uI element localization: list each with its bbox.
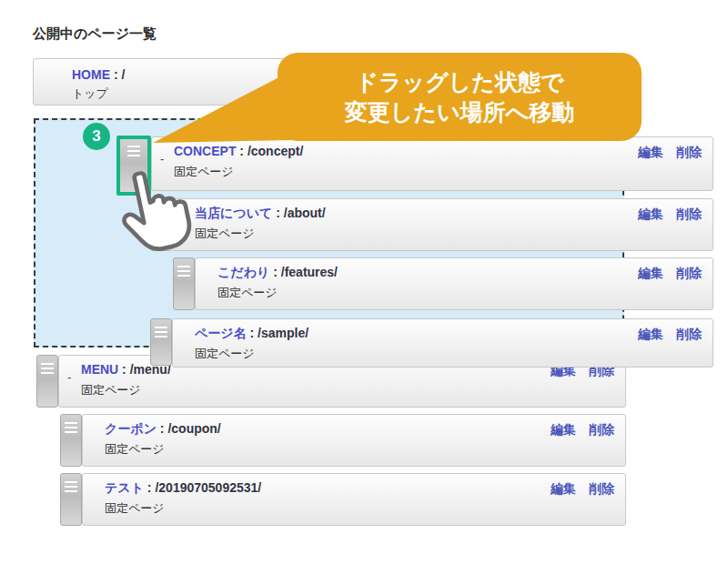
- drag-handle[interactable]: [36, 355, 58, 408]
- step-badge: 3: [83, 123, 110, 150]
- delete-link[interactable]: 削除: [589, 481, 614, 498]
- grip-lines-icon: [65, 422, 77, 424]
- page-row-test: テスト : /20190705092531/ 固定ページ 編集削除: [82, 473, 626, 526]
- page-path-label: : /: [110, 67, 125, 82]
- edit-link[interactable]: 編集: [638, 327, 663, 343]
- edit-link[interactable]: 編集: [638, 145, 663, 161]
- page-path-label: : /coupon/: [157, 421, 221, 436]
- edit-link[interactable]: 編集: [551, 422, 576, 438]
- drag-handle[interactable]: [150, 318, 172, 366]
- drag-handle[interactable]: [173, 257, 195, 310]
- grip-lines-icon: [65, 481, 77, 483]
- page-path-label: : /sample/: [247, 326, 308, 340]
- delete-link[interactable]: 削除: [676, 145, 702, 161]
- delete-link[interactable]: 削除: [676, 266, 702, 282]
- page-type-label: 固定ページ: [217, 285, 278, 301]
- page-name-label: 当店について: [195, 206, 272, 220]
- page-type-label: 固定ページ: [105, 500, 165, 517]
- page-type-label: 固定ページ: [81, 382, 141, 398]
- grip-lines-icon: [177, 266, 190, 267]
- page-type-label: 固定ページ: [195, 226, 255, 242]
- page-type-label: 固定ページ: [105, 441, 165, 458]
- list-marker: -: [67, 370, 71, 384]
- page-name-label: テスト: [105, 480, 144, 495]
- delete-link[interactable]: 削除: [589, 422, 614, 438]
- edit-link[interactable]: 編集: [551, 481, 576, 498]
- page-name-label: HOME: [72, 67, 110, 82]
- drag-handle[interactable]: [60, 414, 82, 467]
- grip-lines-icon: [155, 327, 167, 328]
- page-name-label: クーポン: [105, 421, 157, 436]
- callout-line2: 変更したい場所へ移動: [345, 97, 574, 127]
- page-row-coupon: クーポン : /coupon/ 固定ページ 編集削除: [82, 414, 626, 467]
- page-type-label: 固定ページ: [195, 346, 255, 362]
- page-name-label: MENU: [81, 362, 118, 377]
- callout-bubble: ドラッグした状態で 変更したい場所へ移動: [278, 53, 642, 141]
- page-row-about: - 当店について : /about/ 固定ページ 編集削除: [172, 198, 713, 251]
- page-row-sample: ページ名 : /sample/ 固定ページ 編集削除: [172, 318, 713, 368]
- page-name-label: こだわり: [217, 265, 269, 279]
- edit-link[interactable]: 編集: [638, 206, 663, 223]
- delete-link[interactable]: 削除: [676, 206, 702, 223]
- page-row-features: こだわり : /features/ 固定ページ 編集削除: [195, 257, 713, 310]
- page-path-label: : /20190705092531/: [144, 480, 261, 495]
- edit-link[interactable]: 編集: [638, 266, 663, 282]
- list-marker: -: [160, 152, 164, 166]
- page-path-label: : /about/: [272, 206, 325, 220]
- page-path-label: : /features/: [269, 265, 338, 279]
- page-title: 公開中のページ一覧: [33, 25, 157, 43]
- page-subtitle-label: トップ: [72, 86, 108, 102]
- grip-lines-icon: [127, 146, 140, 147]
- delete-link[interactable]: 削除: [676, 327, 702, 343]
- grip-lines-icon: [41, 363, 54, 365]
- page-manager-screen: 公開中のページ一覧 HOME : / トップ - MENU : /menu/ 固…: [0, 0, 728, 564]
- callout-line1: ドラッグした状態で: [355, 67, 563, 97]
- drag-handle[interactable]: [60, 473, 82, 526]
- page-name-label: ページ名: [195, 326, 247, 340]
